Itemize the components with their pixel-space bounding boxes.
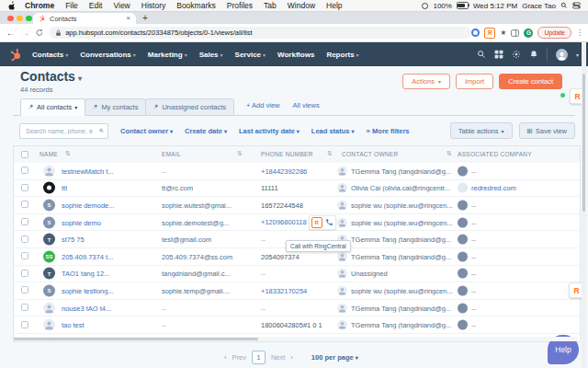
filter-dropdown-lead-status[interactable]: Lead status▾: [311, 127, 355, 135]
phone-link[interactable]: +12096800118: [261, 218, 307, 226]
add-view-link[interactable]: + Add view: [246, 101, 279, 113]
close-window-button[interactable]: [7, 16, 14, 22]
current-page[interactable]: 1: [252, 351, 266, 364]
tab-close-icon[interactable]: ×: [126, 15, 130, 22]
sort-icon[interactable]: ⇅: [327, 150, 333, 157]
chrome-update-button[interactable]: Update: [537, 27, 571, 39]
table-row[interactable]: nouse3 tAO t4...----TGemma Tang (tangdni…: [14, 300, 580, 317]
vertical-scrollbar-thumb[interactable]: [582, 74, 585, 212]
filter-dropdown-last-activity-date[interactable]: Last activity date▾: [239, 127, 300, 135]
save-view-button[interactable]: ⊞Save view: [519, 122, 575, 139]
contact-name-link[interactable]: sophie demode...: [62, 201, 115, 209]
control-center-icon[interactable]: [572, 2, 581, 9]
search-input[interactable]: [24, 127, 97, 135]
search-icon[interactable]: [99, 127, 104, 134]
menubar-item-history[interactable]: History: [136, 1, 171, 10]
menubar-item-window[interactable]: Window: [282, 1, 321, 10]
column-header-email[interactable]: EMAIL: [162, 151, 181, 157]
reading-list-icon[interactable]: [511, 29, 519, 37]
menubar-item-bookmarks[interactable]: Bookmarks: [171, 1, 221, 10]
row-checkbox[interactable]: [21, 236, 28, 243]
row-checkbox[interactable]: [21, 286, 28, 293]
actions-button[interactable]: Actions▾: [402, 74, 450, 89]
filter-dropdown-create-date[interactable]: Create date▾: [185, 127, 227, 135]
row-checkbox[interactable]: [21, 270, 28, 277]
phone-link[interactable]: +18442392286: [261, 167, 307, 175]
menubar-item-file[interactable]: File: [60, 1, 84, 10]
contact-name-link[interactable]: testnewMatch t...: [62, 167, 114, 175]
ringcentral-extension-icon[interactable]: R: [484, 28, 495, 39]
browser-tab[interactable]: Contacts ×: [33, 13, 136, 24]
select-all-checkbox[interactable]: [21, 151, 28, 158]
contact-name-link[interactable]: 205.409.7374 t...: [62, 252, 113, 260]
notifications-bell-icon[interactable]: [529, 50, 538, 59]
new-tab-button[interactable]: +: [142, 14, 148, 23]
table-actions-button[interactable]: Table actions▾: [450, 122, 513, 139]
row-checkbox[interactable]: [21, 321, 28, 328]
nav-item-conversations[interactable]: Conversations▾: [80, 51, 136, 59]
more-filters-button[interactable]: ≡ More filters: [367, 127, 410, 135]
sort-icon[interactable]: ⇅: [65, 150, 71, 157]
apple-menu-icon[interactable]: [7, 1, 16, 10]
sort-icon[interactable]: ⇅: [237, 150, 243, 157]
contact-name-link[interactable]: tao test: [62, 321, 85, 329]
browser-menu-icon[interactable]: ⋮: [576, 29, 583, 37]
contact-name-link[interactable]: st75 75: [62, 236, 85, 244]
row-checkbox[interactable]: [21, 218, 28, 225]
table-row[interactable]: Ssophie demode...sophie.wutest@gmai...16…: [14, 197, 580, 214]
import-button[interactable]: Import: [456, 74, 493, 89]
phone-call-icon[interactable]: [325, 218, 334, 226]
row-checkbox[interactable]: [21, 304, 28, 311]
settings-gear-icon[interactable]: [512, 50, 521, 59]
filter-dropdown-contact-owner[interactable]: Contact owner▾: [120, 127, 173, 135]
view-tab-my-contacts[interactable]: My contacts: [85, 98, 146, 116]
nav-item-contacts[interactable]: Contacts▾: [32, 51, 68, 59]
nav-item-sales[interactable]: Sales▾: [199, 51, 223, 59]
phone-link[interactable]: +18332170254: [261, 286, 307, 294]
horizontal-scrollbar-thumb[interactable]: [14, 338, 258, 340]
zoom-window-button[interactable]: [26, 16, 32, 22]
contact-name-link[interactable]: nouse3 tAO t4...: [62, 304, 111, 312]
hubspot-logo[interactable]: [9, 48, 23, 62]
spotlight-search-icon[interactable]: [560, 2, 568, 9]
view-tab-all-contacts[interactable]: All contacts▾: [20, 98, 85, 116]
menubar-item-help[interactable]: Help: [321, 1, 347, 10]
table-row[interactable]: tao test--18006042805#1 0 1TGemma Tang (…: [14, 316, 580, 334]
menubar-item-view[interactable]: View: [107, 1, 135, 10]
nav-item-workflows[interactable]: Workflows: [277, 51, 314, 59]
column-header-name[interactable]: NAME: [40, 151, 58, 157]
row-checkbox[interactable]: [21, 201, 28, 208]
nav-item-service[interactable]: Service▾: [235, 51, 266, 59]
per-page-select[interactable]: 100 per page▾: [311, 353, 358, 362]
create-contact-button[interactable]: Create contact: [499, 74, 562, 89]
view-tab-unassigned-contacts[interactable]: Unassigned contacts: [145, 98, 234, 116]
reload-button[interactable]: [32, 29, 47, 37]
next-button[interactable]: Next: [271, 353, 285, 362]
menubar-item-profiles[interactable]: Profiles: [221, 1, 258, 10]
extensions-icon[interactable]: ★: [500, 29, 506, 37]
marketplace-icon[interactable]: [494, 50, 503, 59]
table-row[interactable]: Ssophie demosophie.demotest@g...+1209680…: [14, 214, 580, 232]
prev-arrow-icon[interactable]: ‹: [224, 353, 227, 362]
prev-button[interactable]: Prev: [232, 353, 246, 362]
column-header-phone-number[interactable]: PHONE NUMBER: [261, 151, 313, 157]
all-views-link[interactable]: All views: [293, 101, 320, 113]
row-checkbox[interactable]: [21, 252, 28, 259]
forward-button[interactable]: →: [18, 28, 33, 38]
sort-icon[interactable]: ⇅: [447, 150, 452, 157]
vertical-scrollbar[interactable]: [582, 42, 586, 368]
contact-name-link[interactable]: sophie demo: [62, 218, 101, 226]
table-row[interactable]: TTAO1 tang 12...tangdniand@gmail.c...--U…: [14, 266, 580, 283]
user-avatar[interactable]: [556, 49, 568, 61]
table-row[interactable]: Ssophie testlong...sophie.temp@gmail....…: [14, 282, 580, 300]
address-bar[interactable]: app.hubspot.com/contacts/20334875/object…: [49, 27, 471, 39]
table-row[interactable]: ttttt@rc.com11111Olivia Cai (olivia.cai@…: [14, 180, 580, 198]
column-header-associated-company[interactable]: ASSOCIATED COMPANY: [458, 151, 532, 157]
menubar-item-chrome[interactable]: Chrome: [19, 1, 60, 10]
column-header-contact-owner[interactable]: CONTACT OWNER: [342, 151, 398, 157]
menubar-item-tab[interactable]: Tab: [258, 1, 282, 10]
row-checkbox[interactable]: [21, 184, 28, 191]
table-row[interactable]: testnewMatch t...--+18442392286TGemma Ta…: [14, 163, 580, 180]
minimize-window-button[interactable]: [17, 16, 23, 22]
horizontal-scrollbar[interactable]: [14, 337, 578, 341]
